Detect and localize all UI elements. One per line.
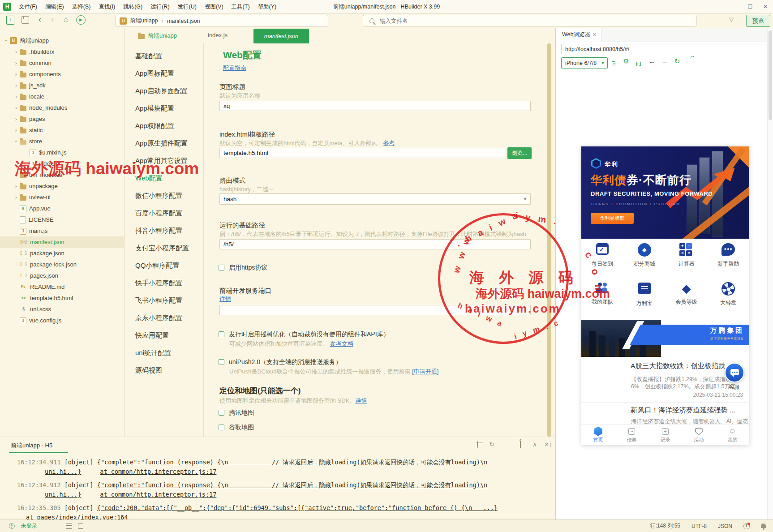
tree-item-file[interactable]: Jindex.js — [0, 158, 124, 169]
nav-source-view[interactable]: 源码视图 — [125, 361, 203, 379]
mid-banner[interactable]: 万腾集团 旗下华利债券年度报告 — [581, 317, 749, 357]
tree-item-folder[interactable]: ›store — [0, 136, 124, 147]
nav-forward-icon[interactable]: → — [660, 57, 670, 65]
export-icon[interactable] — [516, 441, 525, 448]
tree-item-project[interactable]: ›U前端uniapp — [0, 35, 124, 46]
close-button[interactable]: ✕ — [758, 0, 773, 13]
unipush-checkbox[interactable] — [219, 359, 224, 365]
tree-item-folder[interactable]: ›pages — [0, 113, 124, 124]
menu-edit[interactable]: 编辑(E) — [41, 0, 68, 13]
caret-position[interactable]: 行:148 列:55 — [650, 522, 680, 530]
tree-item-folder[interactable]: ›unpackage — [0, 180, 124, 192]
tencent-map-checkbox[interactable] — [219, 410, 224, 416]
nav-app-icon[interactable]: App图标配置 — [125, 64, 203, 82]
router-mode-select[interactable]: hash▼ — [219, 193, 531, 205]
tree-item-file[interactable]: ›VApp.vue — [0, 203, 124, 214]
login-status[interactable]: 未登录 — [21, 522, 37, 530]
chevron-expanded-icon[interactable]: › — [3, 37, 10, 44]
page-title-input[interactable] — [219, 101, 531, 111]
tabbar-bonds[interactable]: ~债券 — [615, 425, 648, 445]
nav-feishu-mp[interactable]: 飞书小程序配置 — [125, 292, 203, 309]
grid-item-member-level[interactable]: ◆会员等级 — [666, 278, 708, 313]
restart-icon[interactable]: ↻ — [487, 441, 496, 448]
menu-run[interactable]: 运行(R) — [146, 0, 173, 13]
url-bar[interactable]: http://localhost:8080/h5/#/ — [561, 44, 768, 54]
tree-item-file[interactable]: ›Jmain.js — [0, 225, 124, 236]
dev-port-input[interactable] — [219, 305, 531, 315]
chevron-collapsed-icon[interactable]: › — [13, 183, 20, 189]
preview-button[interactable]: 预览 — [746, 15, 770, 27]
tabbar-activity[interactable]: 活动 — [682, 425, 716, 445]
nav-app-other[interactable]: App常用其它设置 — [125, 152, 203, 169]
log-link[interactable]: uni.hi...} — [45, 468, 81, 475]
config-guide-link[interactable]: 配置指南 — [223, 64, 246, 72]
chevron-collapsed-icon[interactable]: › — [13, 60, 20, 66]
treeshaking-checkbox[interactable] — [219, 331, 224, 337]
chevron-collapsed-icon[interactable]: › — [13, 194, 20, 201]
nav-uni-stats[interactable]: uni统计配置 — [125, 344, 203, 361]
maximize-button[interactable]: ☐ — [743, 0, 758, 13]
tabstrip-project-label[interactable]: 前端uniapp — [138, 32, 177, 40]
chevron-collapsed-icon[interactable]: › — [13, 93, 20, 100]
nav-base-config[interactable]: 基础配置 — [125, 47, 203, 64]
base-path-input[interactable] — [219, 239, 531, 249]
browser-tab[interactable]: Web浏览器✕ — [556, 28, 601, 42]
grid-item-help[interactable]: ●●●新手帮助 — [707, 239, 749, 275]
map-detail-link[interactable]: 详情 — [355, 397, 367, 404]
outline-list-icon[interactable] — [66, 523, 72, 529]
tree-item-file[interactable]: ›<>template.h5.html — [0, 292, 124, 304]
tree-item-file[interactable]: ›LICENSE — [0, 214, 124, 225]
chevron-collapsed-icon[interactable]: › — [13, 48, 20, 55]
nav-douyin-mp[interactable]: 抖音小程序配置 — [125, 222, 203, 239]
menu-publish[interactable]: 发行(U) — [174, 0, 201, 13]
tree-item-file[interactable]: ›Jvue.config.js — [0, 315, 124, 326]
grid-item-wanlibao[interactable]: 万利宝 — [623, 278, 666, 313]
log-link[interactable]: {"complete":"function (response) {\n // … — [97, 459, 487, 466]
console-icon[interactable]: ›_ — [634, 59, 644, 66]
chevron-collapsed-icon[interactable]: › — [13, 172, 20, 178]
search-input[interactable] — [379, 17, 649, 25]
nav-jd-mp[interactable]: 京东小程序配置 — [125, 309, 203, 326]
nav-kuaishou-mp[interactable]: 快手小程序配置 — [125, 274, 203, 292]
collapse-icon[interactable]: ∧ — [530, 441, 539, 448]
tree-item-folder[interactable]: ›static — [0, 124, 124, 136]
nav-app-native-plugins[interactable]: App原生插件配置 — [125, 134, 203, 152]
banner-brand-button[interactable]: 华利品牌部 — [591, 213, 634, 224]
grid-item-team[interactable]: 我的团队 — [581, 278, 623, 313]
chevron-collapsed-icon[interactable]: › — [13, 71, 20, 77]
settings-gear-icon[interactable]: ⚙ — [621, 57, 631, 65]
tree-item-file[interactable]: J$u.mixin.js — [0, 147, 124, 158]
bell-icon[interactable] — [761, 523, 766, 528]
chevron-collapsed-icon[interactable]: › — [13, 116, 20, 122]
chevron-collapsed-icon[interactable]: › — [13, 104, 20, 111]
back-icon[interactable]: ‹ — [39, 14, 41, 24]
grid-item-calculator[interactable]: +−×=计算器 — [666, 239, 708, 275]
menu-select[interactable]: 选择(S) — [68, 0, 95, 13]
log-location-link[interactable]: at common/http.interceptor.js:17 — [100, 468, 216, 475]
form-scrollbar[interactable] — [547, 43, 551, 437]
chevron-collapsed-icon[interactable]: › — [13, 82, 20, 89]
tree-item-file[interactable]: ›[ ]package.json — [0, 248, 124, 259]
template-reference-link[interactable]: 参考 — [383, 140, 395, 146]
new-file-icon[interactable]: + — [6, 16, 14, 25]
nav-baidu-mp[interactable]: 百度小程序配置 — [125, 204, 203, 222]
tree-item-file[interactable]: ›M↓README.md — [0, 281, 124, 292]
google-map-checkbox[interactable] — [219, 425, 224, 430]
clear-icon[interactable]: ✕↓ — [544, 441, 553, 448]
open-external-icon[interactable]: ↗ — [609, 59, 618, 66]
console-tab[interactable]: 前端uniapp - H5 — [11, 442, 52, 450]
tree-item-file[interactable]: ›§uni.scss — [0, 304, 124, 315]
template-path-input[interactable] — [219, 148, 505, 158]
tree-item-file[interactable]: ›[ ]pages.json — [0, 270, 124, 281]
tab-manifest-active[interactable]: manifest.json — [253, 29, 309, 43]
grid-item-points-mall[interactable]: ◆积分商城 — [623, 239, 666, 275]
tree-item-folder[interactable]: ›uview-ui — [0, 192, 124, 203]
nav-app-permissions[interactable]: App权限配置 — [125, 117, 203, 134]
refresh-icon[interactable]: ↻ — [672, 57, 682, 65]
tree-item-folder[interactable]: ›.hbuilderx — [0, 46, 124, 57]
nav-app-splash[interactable]: App启动界面配置 — [125, 82, 203, 99]
filter-funnel-icon[interactable]: ▽ — [729, 16, 734, 23]
nav-back-icon[interactable]: ← — [647, 57, 657, 65]
nav-qq-mp[interactable]: QQ小程序配置 — [125, 257, 203, 274]
news-title[interactable]: 新风口！海洋经济赛道延续强势 ... — [631, 406, 735, 415]
